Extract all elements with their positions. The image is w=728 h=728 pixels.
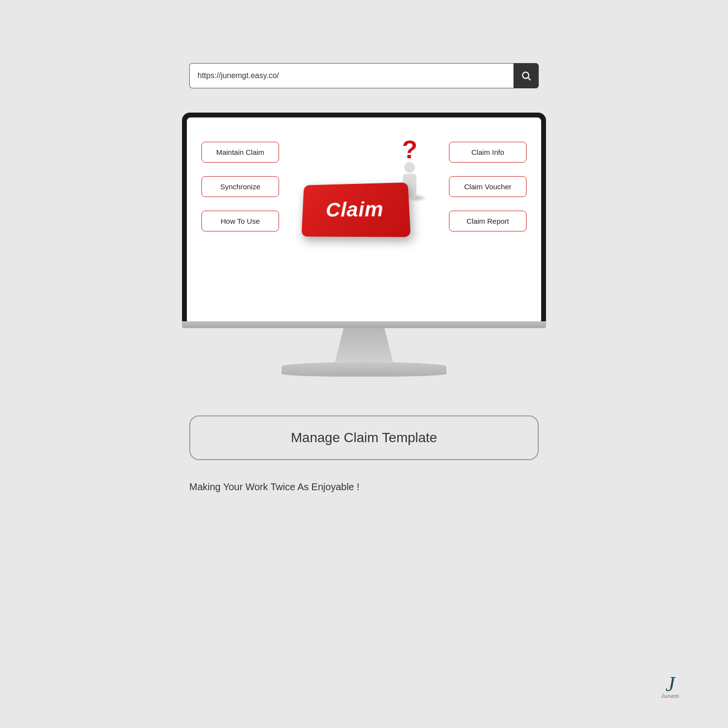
search-icon — [521, 70, 531, 81]
monitor-bottom-bar — [182, 321, 546, 328]
tagline: Making Your Work Twice As Enjoyable ! — [189, 481, 539, 493]
claim-board: Claim — [301, 182, 411, 237]
logo-container: J Junem — [661, 674, 679, 699]
claim-info-button[interactable]: Claim Info — [449, 142, 527, 163]
monitor-neck — [335, 328, 393, 362]
left-buttons: Maintain Claim Synchronize How To Use — [201, 137, 279, 232]
maintain-claim-button[interactable]: Maintain Claim — [201, 142, 279, 163]
question-mark-icon: ? — [402, 137, 417, 162]
monitor-base — [281, 362, 447, 377]
search-button[interactable] — [513, 63, 539, 88]
url-input[interactable]: https://junemgt.easy.co/ — [189, 63, 513, 88]
url-bar-wrapper: https://junemgt.easy.co/ — [189, 63, 539, 88]
logo-sub: Junem — [661, 693, 679, 699]
manage-btn-container: Manage Claim Template — [189, 415, 539, 460]
how-to-use-button[interactable]: How To Use — [201, 211, 279, 232]
right-buttons: Claim Info Claim Voucher Claim Report — [449, 137, 527, 232]
logo-letter: J — [665, 674, 675, 695]
claim-label: Claim — [326, 198, 384, 221]
claim-report-button[interactable]: Claim Report — [449, 211, 527, 232]
claim-visual: ? Claim — [301, 137, 427, 263]
center-visual: ? Claim — [279, 137, 449, 263]
claim-sign: Claim — [301, 168, 408, 232]
svg-point-0 — [523, 72, 529, 79]
url-text: https://junemgt.easy.co/ — [198, 71, 279, 80]
claim-voucher-button[interactable]: Claim Voucher — [449, 176, 527, 197]
svg-line-1 — [528, 78, 530, 80]
monitor-content: Maintain Claim Synchronize How To Use ? — [201, 137, 527, 263]
monitor-wrapper: Maintain Claim Synchronize How To Use ? — [182, 113, 546, 377]
manage-claim-template-button[interactable]: Manage Claim Template — [189, 415, 539, 460]
synchronize-button[interactable]: Synchronize — [201, 176, 279, 197]
monitor-bezel: Maintain Claim Synchronize How To Use ? — [182, 113, 546, 321]
monitor-screen: Maintain Claim Synchronize How To Use ? — [187, 117, 541, 321]
